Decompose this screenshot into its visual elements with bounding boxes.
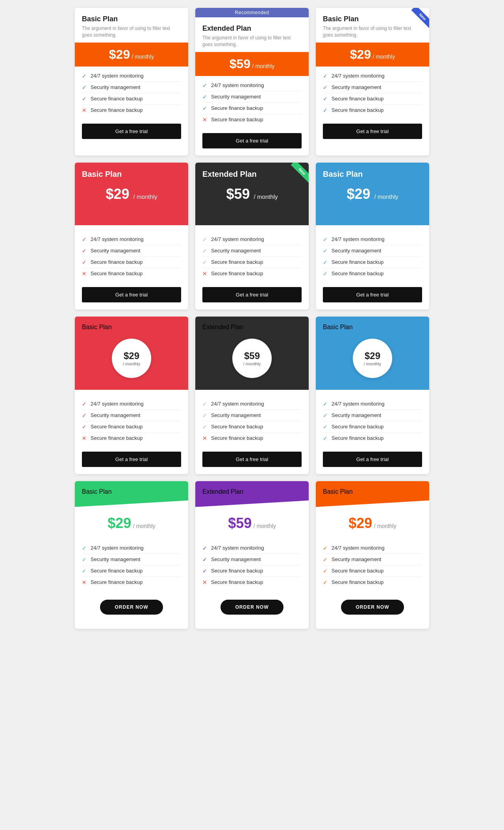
feature-text: Secure finance backup (91, 270, 143, 276)
feature-item: ✓24/7 system monitoring (202, 80, 302, 91)
price-period: / monthly (252, 63, 274, 69)
check-icon: ✓ (202, 412, 207, 419)
free-trial-button[interactable]: Get a free trial (323, 452, 422, 467)
free-trial-button[interactable]: Get a free trial (202, 133, 302, 148)
triangle-notch (246, 220, 258, 225)
feature-text: Secure finance backup (91, 424, 143, 430)
feature-text: Secure finance backup (332, 259, 384, 265)
feature-item: ✓Secure finance backup (323, 268, 422, 279)
feature-text: Secure finance backup (332, 270, 384, 276)
check-icon: ✓ (82, 248, 87, 254)
feature-item: ✓24/7 system monitoring (82, 398, 181, 410)
feature-item: ✕Secure finance backup (82, 105, 181, 116)
card-row3-blue: Basic Plan $29 / monthly ✓24/7 system mo… (316, 317, 429, 474)
price-bar: $59 / monthly (195, 52, 309, 76)
feature-text: Secure finance backup (211, 568, 263, 574)
card-header-colored: Basic Plan $29 / monthly (75, 317, 188, 390)
free-trial-button[interactable]: Get a free trial (202, 452, 302, 467)
check-icon: ✓ (202, 259, 207, 265)
check-icon: ✓ (202, 545, 207, 551)
plan-desc: The argument in favor of using to filler… (202, 35, 302, 48)
price-amount: $59 (228, 515, 252, 531)
feature-text: 24/7 system monitoring (91, 73, 143, 79)
price-amount: $29 (365, 350, 380, 361)
plan-desc: The argument in favor of using to filler… (82, 25, 181, 39)
free-trial-button[interactable]: Get a free trial (82, 287, 181, 302)
feature-item: ✓Security management (82, 245, 181, 257)
features-list: ✓24/7 system monitoring ✓Security manage… (316, 395, 429, 448)
card-header-colored: Extended Plan (195, 481, 309, 507)
card-row1-extended: Recommended Extended Plan The argument i… (195, 8, 309, 156)
feature-item: ✓Secure finance backup (323, 577, 422, 588)
price-amount: $29 (109, 47, 130, 61)
feature-item: ✓Secure finance backup (82, 421, 181, 433)
check-icon: ✓ (202, 82, 207, 89)
feature-text: 24/7 system monitoring (211, 401, 264, 407)
price-bar: $29 / monthly (75, 43, 188, 67)
feature-item: ✓Secure finance backup (323, 257, 422, 268)
check-icon: ✓ (323, 248, 328, 254)
free-trial-button[interactable]: Get a free trial (82, 452, 181, 467)
feature-text: Security management (332, 84, 381, 90)
feature-text: Security management (211, 556, 261, 562)
feature-item: ✓24/7 system monitoring (202, 398, 302, 410)
free-trial-button[interactable]: Get a free trial (82, 124, 181, 139)
feature-item: ✓Security management (323, 245, 422, 257)
features-list: ✓24/7 system monitoring ✓Security manage… (195, 395, 309, 448)
price-period: / monthly (374, 193, 398, 200)
check-icon: ✓ (323, 236, 328, 243)
check-icon: ✓ (82, 84, 87, 91)
feature-item: ✓Security management (202, 410, 302, 421)
free-trial-button[interactable]: Get a free trial (323, 287, 422, 302)
check-icon: ✓ (82, 568, 87, 574)
order-now-button[interactable]: ORDER NOW (100, 600, 163, 615)
circle-price: $29 / monthly (353, 339, 392, 378)
plan-name: Basic Plan (82, 15, 181, 23)
circle-price-container: $59 / monthly (202, 331, 302, 390)
price-period: / monthly (123, 361, 141, 366)
card-row2-blue: Basic Plan $29 / monthly ✓24/7 system mo… (316, 163, 429, 309)
check-icon: ✓ (323, 579, 328, 585)
feature-text: Security management (211, 94, 261, 100)
price-amount: $29 (350, 47, 371, 61)
check-icon: ✓ (82, 259, 87, 265)
feature-item: ✕Secure finance backup (82, 268, 181, 279)
feature-text: Secure finance backup (211, 424, 263, 430)
cross-icon: ✕ (82, 270, 87, 277)
price-period: / monthly (133, 193, 158, 200)
features-list: ✓24/7 system monitoring ✓Security manage… (195, 539, 309, 592)
feature-text: 24/7 system monitoring (332, 73, 384, 79)
price-amount: $29 (107, 515, 131, 531)
price-period: / monthly (254, 523, 276, 529)
recommended-banner: Recommended (195, 8, 309, 17)
price-bar: $29 / monthly (316, 43, 429, 67)
feature-item: ✓Secure finance backup (82, 565, 181, 577)
new-ribbon: New (285, 163, 309, 186)
order-now-button[interactable]: ORDER NOW (341, 600, 404, 615)
triangle-notch (367, 220, 378, 225)
check-icon: ✓ (323, 412, 328, 419)
features-list: ✓24/7 system monitoring ✓Security manage… (195, 230, 309, 283)
order-now-button[interactable]: ORDER NOW (220, 600, 284, 615)
features-list: ✓24/7 system monitoring ✓Security manage… (316, 230, 429, 283)
feature-text: 24/7 system monitoring (211, 545, 264, 551)
feature-item: ✓24/7 system monitoring (82, 543, 181, 554)
price-amount: $59 (226, 186, 250, 202)
plan-name: Extended Plan (202, 488, 302, 495)
feature-text: Secure finance backup (91, 579, 143, 585)
feature-text: Secure finance backup (211, 579, 263, 585)
plan-name: Basic Plan (323, 488, 422, 495)
free-trial-button[interactable]: Get a free trial (202, 287, 302, 302)
feature-text: Security management (332, 412, 381, 418)
feature-item: ✕Secure finance backup (202, 268, 302, 279)
cross-icon: ✕ (202, 117, 207, 123)
plan-name: Basic Plan (82, 170, 181, 179)
free-trial-button[interactable]: Get a free trial (323, 124, 422, 139)
card-row1-basic: Basic Plan The argument in favor of usin… (75, 8, 188, 156)
feature-text: Secure finance backup (211, 270, 263, 276)
price-period: / monthly (364, 361, 382, 366)
feature-text: Secure finance backup (91, 568, 143, 574)
feature-item: ✓Secure finance backup (323, 565, 422, 577)
cross-icon: ✕ (202, 270, 207, 277)
feature-text: Secure finance backup (91, 107, 143, 113)
